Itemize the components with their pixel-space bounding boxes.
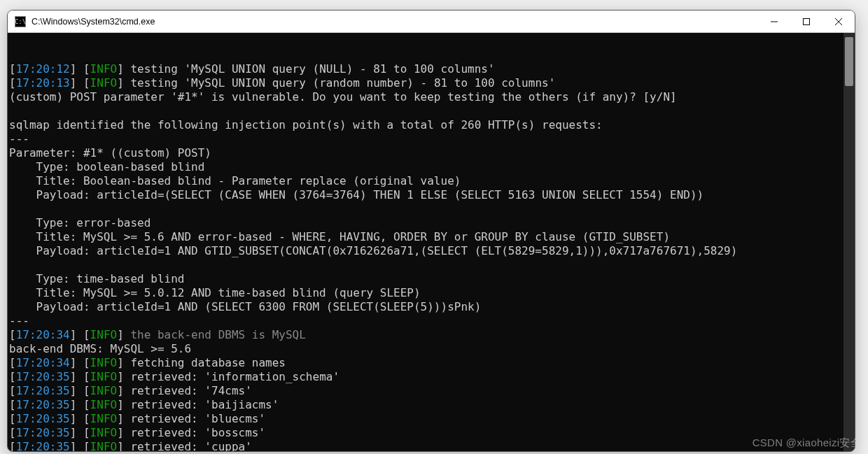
terminal-line: Parameter: #1* ((custom) POST) (9, 146, 853, 160)
svg-rect-1 (804, 18, 810, 24)
terminal-line: [17:20:34] [INFO] the back-end DBMS is M… (9, 328, 853, 342)
terminal-line (9, 202, 853, 216)
terminal-line: Payload: articleId=(SELECT (CASE WHEN (3… (9, 188, 853, 202)
close-button[interactable] (822, 10, 855, 33)
close-icon (835, 18, 842, 25)
terminal-line: Type: error-based (9, 216, 853, 230)
terminal-line: [17:20:35] [INFO] retrieved: 'informatio… (9, 370, 853, 384)
terminal-line (9, 258, 853, 272)
terminal-line: [17:20:35] [INFO] retrieved: 'baijiacms' (9, 398, 853, 412)
terminal-line: Type: boolean-based blind (9, 160, 853, 174)
terminal-line: --- (9, 132, 853, 146)
terminal-line: Type: time-based blind (9, 272, 853, 286)
terminal-line: (custom) POST parameter '#1*' is vulnera… (9, 90, 853, 104)
cmd-window: C:\ C:\Windows\System32\cmd.exe [17:20:1… (7, 10, 855, 452)
titlebar[interactable]: C:\ C:\Windows\System32\cmd.exe (8, 10, 855, 33)
maximize-button[interactable] (790, 10, 822, 33)
terminal-line: back-end DBMS: MySQL >= 5.6 (9, 342, 853, 356)
terminal-line: Title: Boolean-based blind - Parameter r… (9, 174, 853, 188)
terminal-line: Payload: articleId=1 AND GTID_SUBSET(CON… (9, 244, 853, 258)
terminal-line: [17:20:13] [INFO] testing 'MySQL UNION q… (9, 76, 853, 90)
cmd-icon: C:\ (15, 16, 26, 27)
terminal-line: --- (9, 314, 853, 328)
terminal-line: Payload: articleId=1 AND (SELECT 6300 FR… (9, 300, 853, 314)
terminal-line: [17:20:35] [INFO] retrieved: 'cuppa' (9, 440, 853, 451)
scrollbar-thumb[interactable] (845, 37, 853, 86)
maximize-icon (803, 18, 810, 25)
terminal-line: [17:20:12] [INFO] testing 'MySQL UNION q… (9, 62, 853, 76)
window-title: C:\Windows\System32\cmd.exe (31, 17, 155, 27)
terminal-line: sqlmap identified the following injectio… (9, 118, 853, 132)
minimize-icon (771, 18, 778, 25)
minimize-button[interactable] (758, 10, 790, 33)
terminal-line: [17:20:34] [INFO] fetching database name… (9, 356, 853, 370)
terminal-line: [17:20:35] [INFO] retrieved: '74cms' (9, 384, 853, 398)
terminal-line: [17:20:35] [INFO] retrieved: 'bosscms' (9, 426, 853, 440)
terminal-output[interactable]: [17:20:12] [INFO] testing 'MySQL UNION q… (8, 33, 855, 451)
terminal-line: Title: MySQL >= 5.0.12 AND time-based bl… (9, 286, 853, 300)
terminal-line: [17:20:35] [INFO] retrieved: 'bluecms' (9, 412, 853, 426)
terminal-line: Title: MySQL >= 5.6 AND error-based - WH… (9, 230, 853, 244)
scrollbar[interactable] (844, 33, 855, 451)
terminal-line (9, 104, 853, 118)
